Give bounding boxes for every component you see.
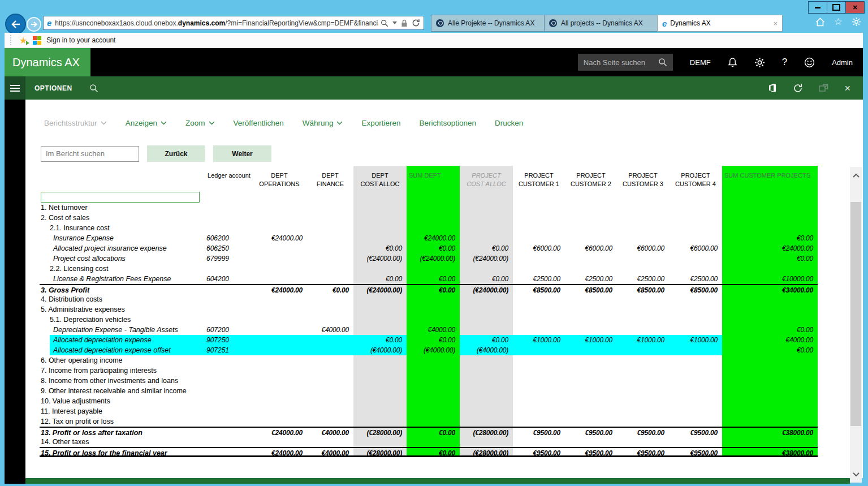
report-cell-c2[interactable]: €1000.00 (565, 335, 617, 345)
report-cell-fin[interactable]: €4000.00 (307, 325, 353, 335)
report-cell-c1[interactable]: €6000.00 (513, 243, 565, 253)
settings-gear-icon[interactable] (852, 17, 861, 27)
home-icon[interactable] (815, 18, 825, 27)
report-cell-dca[interactable]: (€28000.00) (353, 448, 407, 455)
report-cell-sumdept[interactable]: (€4000.00) (407, 345, 460, 355)
report-cell-c3[interactable]: €2500.00 (617, 274, 669, 284)
report-cell-sumdept[interactable]: €0.00 (407, 285, 460, 294)
bell-icon[interactable] (728, 57, 737, 67)
report-cell-sumcust[interactable]: €38000.00 (722, 448, 818, 455)
report-cell-c4[interactable]: €2500.00 (669, 274, 722, 284)
minimize-button[interactable] (808, 1, 827, 14)
report-cell-sumcust[interactable]: €0.00 (722, 233, 818, 243)
gear-icon[interactable] (754, 57, 765, 68)
report-cell-fin[interactable]: €4000.00 (307, 448, 353, 455)
search-icon[interactable] (381, 19, 388, 27)
report-cell-dca[interactable]: (€24000.00) (353, 253, 407, 264)
report-toolbar-item-berichtsoptionen[interactable]: Berichtsoptionen (420, 119, 477, 127)
refresh-icon[interactable] (412, 19, 420, 27)
report-cell-fin[interactable]: €0.00 (307, 285, 353, 294)
report-cell-sumdept[interactable]: €24000.00 (407, 233, 460, 243)
report-cell-sumdept[interactable]: (€24000.00) (407, 253, 460, 264)
dynamics-ax-logo[interactable]: Dynamics AX (5, 48, 90, 76)
office-icon[interactable] (768, 83, 777, 93)
forward-button[interactable] (27, 17, 41, 32)
report-cell-c4[interactable]: €1000.00 (669, 335, 722, 345)
report-cell-ops[interactable]: €24000.00 (252, 285, 307, 294)
report-cell-c3[interactable]: €8500.00 (617, 285, 669, 294)
vertical-scrollbar[interactable] (850, 167, 862, 483)
report-toolbar-item-anzeigen[interactable]: Anzeigen (126, 119, 167, 127)
report-cell-sumdept[interactable]: €0.00 (407, 335, 460, 345)
report-cell-sumcust[interactable]: €4000.00 (722, 335, 818, 345)
tab-all-projects[interactable]: All projects -- Dynamics AX (544, 15, 658, 32)
company-picker[interactable]: DEMF (690, 58, 711, 67)
report-cell-ops[interactable]: €24000.00 (252, 233, 307, 243)
smiley-icon[interactable] (804, 57, 815, 68)
row-filter-input[interactable] (41, 192, 200, 203)
scroll-down-icon[interactable] (850, 467, 862, 481)
report-cell-c3[interactable]: €1000.00 (617, 335, 669, 345)
dropdown-caret-icon[interactable] (392, 21, 397, 24)
back-button[interactable] (5, 14, 26, 35)
report-cell-c4[interactable]: €9500.00 (669, 428, 722, 437)
nav-rail-collapsed[interactable] (5, 100, 25, 484)
report-toolbar-item-zoom[interactable]: Zoom (185, 119, 215, 127)
report-cell-dca[interactable]: €0.00 (353, 335, 407, 345)
report-toolbar-item-berichtsstruktur[interactable]: Berichtsstruktur (44, 119, 107, 127)
report-cell-dca[interactable]: (€28000.00) (353, 428, 407, 437)
report-toolbar-item-veröffentlichen[interactable]: Veröffentlichen (234, 119, 284, 127)
report-cell-c2[interactable]: €8500.00 (565, 285, 617, 294)
report-cell-c2[interactable]: €6000.00 (565, 243, 617, 253)
report-toolbar-item-währung[interactable]: Währung (303, 119, 343, 127)
report-cell-pca[interactable]: €0.00 (460, 335, 513, 345)
user-menu[interactable]: Admin (832, 58, 853, 67)
report-cell-pca[interactable]: (€28000.00) (460, 448, 513, 455)
report-cell-c1[interactable]: €9500.00 (513, 428, 565, 437)
report-cell-pca[interactable]: (€28000.00) (460, 428, 513, 437)
report-cell-c1[interactable]: €8500.00 (513, 285, 565, 294)
report-cell-pca[interactable]: €0.00 (460, 274, 513, 284)
report-cell-sumcust[interactable]: €0.00 (722, 253, 818, 264)
report-cell-c2[interactable]: €2500.00 (565, 274, 617, 284)
report-cell-c4[interactable]: €8500.00 (669, 285, 722, 294)
report-cell-pca[interactable]: (€24000.00) (460, 253, 513, 264)
report-cell-c3[interactable]: €9500.00 (617, 428, 669, 437)
report-cell-c3[interactable]: €9500.00 (617, 448, 669, 455)
report-cell-fin[interactable]: €4000.00 (307, 428, 353, 437)
tab-optionen[interactable]: OPTIONEN (34, 84, 72, 92)
next-result-button[interactable]: Weiter (213, 145, 271, 162)
tab-close-icon[interactable]: × (773, 19, 778, 28)
report-cell-c1[interactable]: €1000.00 (513, 335, 565, 345)
add-favorite-star-icon[interactable]: ★ (19, 35, 27, 46)
report-cell-sumdept[interactable]: €0.00 (407, 428, 460, 437)
report-cell-c4[interactable]: €6000.00 (669, 243, 722, 253)
close-window-button[interactable]: × (845, 1, 865, 14)
scrollbar-thumb[interactable] (850, 202, 861, 426)
report-cell-sumcust[interactable]: €0.00 (722, 345, 818, 355)
sign-in-favorite-link[interactable]: Sign in to your account (46, 36, 115, 44)
report-cell-ops[interactable]: €24000.00 (252, 448, 307, 455)
report-cell-sumdept[interactable]: €0.00 (407, 274, 460, 284)
report-cell-sumcust[interactable]: €0.00 (722, 325, 818, 335)
page-search-input[interactable]: Nach Seite suchen (578, 54, 673, 71)
scroll-up-icon[interactable] (850, 168, 862, 183)
tab-alle-projekte[interactable]: Alle Projekte -- Dynamics AX (431, 15, 545, 32)
report-cell-sumcust[interactable]: €24000.00 (722, 243, 818, 253)
report-cell-sumcust[interactable]: €10000.00 (722, 274, 818, 284)
report-cell-c4[interactable]: €9500.00 (669, 448, 722, 455)
report-cell-pca[interactable]: €0.00 (460, 243, 513, 253)
report-cell-sumcust[interactable]: €34000.00 (722, 285, 818, 294)
report-toolbar-item-exportieren[interactable]: Exportieren (361, 119, 400, 127)
report-cell-dca[interactable]: €0.00 (353, 243, 407, 253)
report-cell-dca[interactable]: (€4000.00) (353, 345, 407, 355)
report-cell-sumdept[interactable]: €0.00 (407, 448, 460, 455)
report-cell-c2[interactable]: €9500.00 (565, 428, 617, 437)
hamburger-menu-button[interactable] (5, 76, 25, 100)
report-cell-c1[interactable]: €9500.00 (513, 448, 565, 455)
search-icon[interactable] (89, 84, 98, 93)
report-cell-c2[interactable]: €9500.00 (565, 448, 617, 455)
report-cell-pca[interactable]: (€4000.00) (460, 345, 513, 355)
report-cell-sumdept[interactable]: €4000.00 (407, 325, 460, 335)
help-icon[interactable]: ? (782, 57, 787, 68)
